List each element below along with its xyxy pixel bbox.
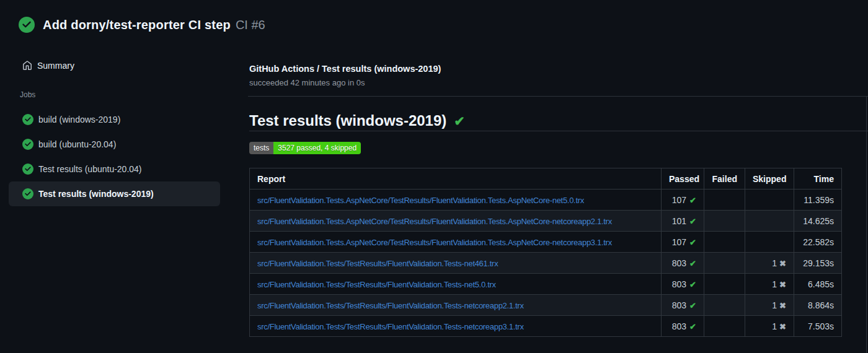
check-circle-icon	[22, 188, 33, 199]
pass-check-icon: ✔	[689, 217, 696, 226]
check-circle-icon	[22, 139, 33, 150]
failed-cell	[704, 211, 745, 232]
results-heading: Test results (windows-2019)✔	[249, 111, 868, 131]
job-label: Test results (ubuntu-20.04)	[38, 164, 142, 174]
passed-cell: 803✔	[662, 316, 704, 337]
job-label: build (windows-2019)	[38, 115, 120, 124]
report-cell: src/FluentValidation.Tests.AspNetCore/Te…	[250, 211, 662, 232]
workflow-run-number: CI #6	[236, 18, 265, 32]
pass-check-icon: ✔	[689, 259, 696, 268]
report-link[interactable]: src/FluentValidation.Tests/TestResults/F…	[257, 322, 524, 331]
passed-cell: 107✔	[662, 190, 704, 211]
jobs-section-label: Jobs	[20, 90, 35, 99]
check-run-status: succeeded 42 minutes ago in 0s	[249, 78, 365, 87]
report-link[interactable]: src/FluentValidation.Tests.AspNetCore/Te…	[257, 217, 612, 226]
results-heading-text: Test results (windows-2019)	[249, 112, 446, 129]
pass-check-icon: ✔	[689, 301, 696, 310]
success-check-icon: ✔	[454, 114, 465, 128]
table-row: src/FluentValidation.Tests.AspNetCore/Te…	[250, 190, 842, 211]
report-link[interactable]: src/FluentValidation.Tests/TestResults/F…	[257, 301, 524, 310]
skipped-cell: 1✖	[745, 295, 794, 316]
run-header: Add dorny/test-reporter CI step CI #6	[19, 17, 265, 33]
check-circle-icon	[22, 163, 33, 175]
failed-cell	[704, 253, 745, 274]
table-row: src/FluentValidation.Tests/TestResults/F…	[250, 295, 842, 316]
table-row: src/FluentValidation.Tests.AspNetCore/Te…	[250, 232, 842, 253]
check-circle-icon	[19, 17, 35, 33]
failed-cell	[704, 316, 745, 337]
skipped-cell	[745, 190, 794, 211]
check-run-title: GitHub Actions / Test results (windows-2…	[249, 64, 441, 74]
column-header-time: Time	[794, 168, 842, 190]
test-results-table: Report Passed Failed Skipped Time src/Fl…	[249, 168, 842, 337]
badge-label: tests	[249, 142, 273, 154]
skipped-cell: 1✖	[745, 274, 794, 295]
table-body: src/FluentValidation.Tests.AspNetCore/Te…	[250, 190, 842, 337]
failed-cell	[704, 190, 745, 211]
failed-cell	[704, 274, 745, 295]
home-icon	[22, 61, 32, 71]
jobs-list: build (windows-2019) build (ubuntu-20.04…	[9, 107, 220, 206]
table-row: src/FluentValidation.Tests/TestResults/F…	[250, 274, 842, 295]
skip-x-icon: ✖	[779, 280, 786, 289]
pass-check-icon: ✔	[689, 280, 696, 289]
sidebar-job-item[interactable]: Test results (windows-2019)	[9, 181, 220, 206]
report-cell: src/FluentValidation.Tests/TestResults/F…	[250, 274, 662, 295]
check-circle-icon	[22, 114, 33, 125]
sidebar-job-item[interactable]: build (windows-2019)	[9, 107, 220, 132]
header-divider	[248, 96, 868, 97]
report-link[interactable]: src/FluentValidation.Tests.AspNetCore/Te…	[257, 238, 612, 247]
skipped-cell: 1✖	[745, 253, 794, 274]
sidebar-job-item[interactable]: Test results (ubuntu-20.04)	[9, 157, 220, 181]
time-cell: 14.625s	[794, 211, 842, 232]
time-cell: 6.485s	[794, 274, 842, 295]
report-link[interactable]: src/FluentValidation.Tests.AspNetCore/Te…	[257, 196, 584, 205]
workflow-run-title: Add dorny/test-reporter CI step	[43, 18, 231, 32]
column-header-passed: Passed	[662, 168, 704, 190]
time-cell: 7.503s	[794, 316, 842, 337]
failed-cell	[704, 295, 745, 316]
pass-check-icon: ✔	[689, 322, 696, 331]
passed-cell: 107✔	[662, 232, 704, 253]
content-right-border	[866, 96, 867, 353]
report-cell: src/FluentValidation.Tests/TestResults/F…	[250, 316, 662, 337]
report-cell: src/FluentValidation.Tests.AspNetCore/Te…	[250, 232, 662, 253]
passed-cell: 803✔	[662, 295, 704, 316]
tests-badge: tests 3527 passed, 4 skipped	[249, 142, 361, 154]
skipped-cell	[745, 232, 794, 253]
pass-check-icon: ✔	[689, 196, 696, 205]
time-cell: 8.864s	[794, 295, 842, 316]
report-link[interactable]: src/FluentValidation.Tests/TestResults/F…	[257, 259, 498, 268]
skipped-cell: 1✖	[745, 316, 794, 337]
skip-x-icon: ✖	[779, 322, 786, 331]
time-cell: 11.359s	[794, 190, 842, 211]
passed-cell: 803✔	[662, 274, 704, 295]
passed-cell: 101✔	[662, 211, 704, 232]
time-cell: 22.582s	[794, 232, 842, 253]
github-checks-page: { "colors": { "page_bg": "#0d1117", "sta…	[0, 0, 868, 353]
skip-x-icon: ✖	[779, 259, 786, 268]
report-cell: src/FluentValidation.Tests/TestResults/F…	[250, 295, 662, 316]
failed-cell	[704, 232, 745, 253]
report-cell: src/FluentValidation.Tests/TestResults/F…	[250, 253, 662, 274]
job-label: build (ubuntu-20.04)	[38, 139, 116, 149]
skipped-cell	[745, 211, 794, 232]
report-link[interactable]: src/FluentValidation.Tests/TestResults/F…	[257, 280, 496, 289]
sidebar-item-summary[interactable]: Summary	[9, 54, 220, 77]
table-header-row: Report Passed Failed Skipped Time	[250, 168, 842, 190]
table-row: src/FluentValidation.Tests/TestResults/F…	[250, 316, 842, 337]
badge-value: 3527 passed, 4 skipped	[273, 142, 361, 154]
column-header-failed: Failed	[704, 168, 745, 190]
column-header-report: Report	[250, 168, 662, 190]
report-cell: src/FluentValidation.Tests.AspNetCore/Te…	[250, 190, 662, 211]
sidebar-summary-label: Summary	[37, 61, 74, 71]
sidebar-job-item[interactable]: build (ubuntu-20.04)	[9, 132, 220, 157]
table-row: src/FluentValidation.Tests/TestResults/F…	[250, 253, 842, 274]
time-cell: 29.153s	[794, 253, 842, 274]
passed-cell: 803✔	[662, 253, 704, 274]
table-row: src/FluentValidation.Tests.AspNetCore/Te…	[250, 211, 842, 232]
skip-x-icon: ✖	[779, 301, 786, 310]
job-label: Test results (windows-2019)	[38, 189, 154, 199]
column-header-skipped: Skipped	[745, 168, 794, 190]
pass-check-icon: ✔	[689, 238, 696, 247]
